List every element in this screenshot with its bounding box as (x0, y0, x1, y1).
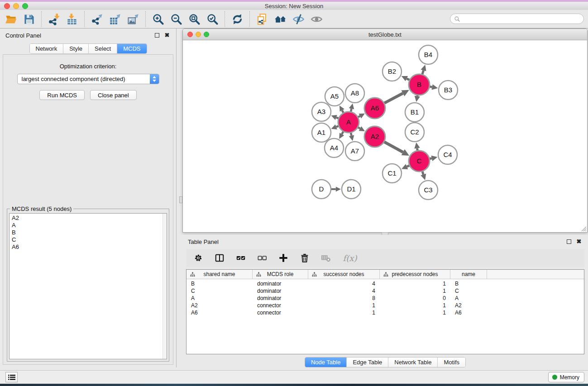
resize-grip-icon[interactable] (581, 226, 587, 232)
edge-A2-C[interactable] (384, 142, 403, 152)
export-network-icon (91, 13, 103, 25)
zoom-out-button[interactable] (167, 11, 185, 27)
mcds-result-item[interactable]: B (10, 229, 167, 236)
table-panel: Table Panel ✖ f(x) shared name MCDS role… (182, 235, 588, 367)
edge-C-C2[interactable] (417, 148, 418, 151)
columns-button[interactable] (213, 251, 226, 265)
mcds-result-item[interactable]: A6 (10, 243, 167, 251)
splitter-handle-vertical[interactable] (179, 196, 182, 203)
show-hidden-button (307, 11, 325, 27)
open-session-button[interactable] (2, 11, 20, 27)
deselect-all-button[interactable] (255, 251, 269, 265)
run-mcds-button[interactable]: Run MCDS (39, 90, 85, 100)
table-row[interactable]: A2connector11A2 (186, 302, 584, 309)
float-panel-button[interactable] (153, 32, 161, 39)
add-icon (278, 253, 288, 263)
close-panel-button[interactable]: ✖ (163, 32, 171, 39)
node-label-C1: C1 (387, 169, 396, 177)
table-row[interactable]: Adominator80A (186, 295, 584, 302)
tab-style[interactable]: Style (63, 44, 89, 53)
import-table-button[interactable] (63, 11, 81, 27)
hide-selected-button[interactable] (289, 11, 307, 27)
edge-A-A2[interactable] (358, 128, 360, 129)
node-label-A5: A5 (330, 92, 339, 100)
memory-label: Memory (560, 374, 579, 381)
network-graph[interactable]: B4B2BB3A8A5A6B1A3AC2A1A2A4A7C4CC1C3DD1 (183, 40, 587, 232)
column-header-name[interactable]: name (450, 270, 487, 279)
import-network-button[interactable] (45, 11, 63, 27)
column-header-successor-nodes[interactable]: successor nodes (308, 270, 380, 279)
edge-A-A6[interactable] (358, 116, 360, 117)
select-all-button[interactable] (234, 251, 248, 265)
column-header-shared-name[interactable]: shared name (186, 270, 253, 279)
memory-button[interactable]: Memory (548, 372, 584, 382)
edge-A-A5[interactable] (342, 110, 344, 113)
tab-edge-table[interactable]: Edge Table (347, 357, 388, 367)
edge-A-A7[interactable] (351, 133, 351, 135)
edge-C-C3[interactable] (422, 172, 423, 175)
edge-A6-B[interactable] (384, 93, 403, 103)
attribute-icon (383, 272, 388, 277)
tab-motifs[interactable]: Motifs (438, 357, 465, 367)
edge-B-B2[interactable] (406, 79, 409, 80)
open-session-icon (5, 13, 17, 25)
result-scrollbar[interactable] (163, 214, 167, 359)
memory-status-icon (552, 375, 557, 380)
save-session-icon (23, 13, 35, 25)
column-header-mcds-role[interactable]: MCDS role (253, 270, 308, 279)
node-label-A4: A4 (330, 144, 338, 152)
column-label: MCDS role (267, 271, 294, 277)
add-button[interactable] (277, 251, 290, 265)
criterion-dropdown[interactable]: largest connected component (directed) (17, 74, 159, 84)
tab-node-table[interactable]: Node Table (305, 357, 347, 367)
export-image-button[interactable] (124, 11, 142, 27)
export-table-button[interactable] (106, 11, 124, 27)
close-icon: ✖ (577, 239, 582, 244)
edge-A-A8[interactable] (351, 109, 351, 111)
network-window-titlebar[interactable]: testGlobe.txt (183, 29, 587, 40)
zoom-in-button[interactable] (149, 11, 167, 27)
table-row[interactable]: A6connector11A6 (186, 309, 584, 316)
zoom-fit-button[interactable] (185, 11, 203, 27)
table-cell: connector (253, 302, 308, 309)
network-canvas[interactable]: B4B2BB3A8A5A6B1A3AC2A1A2A4A7C4CC1C3DD1 (183, 40, 587, 232)
delete-button[interactable] (298, 251, 311, 265)
edge-A-A4[interactable] (342, 132, 343, 134)
mcds-result-item[interactable]: A (10, 222, 167, 229)
tab-network[interactable]: Network (29, 44, 63, 53)
save-session-button[interactable] (20, 11, 38, 27)
float-table-panel-button[interactable] (565, 238, 573, 245)
table-row[interactable]: Cdominator41C (186, 287, 584, 295)
export-network-button[interactable] (88, 11, 106, 27)
edge-A-A3[interactable] (336, 118, 339, 119)
edge-C-C1[interactable] (407, 166, 409, 167)
mcds-result-list[interactable]: A2ABCA6 (9, 213, 167, 359)
edge-B-B4[interactable] (422, 70, 424, 74)
mcds-result-item[interactable]: C (10, 236, 167, 243)
tab-select[interactable]: Select (89, 44, 117, 53)
apply-layout-button[interactable] (228, 11, 246, 27)
search-input[interactable] (463, 15, 580, 22)
toolbar-separator (249, 11, 250, 27)
arrowhead-icon (349, 135, 354, 141)
network-window-title: testGlobe.txt (183, 31, 587, 38)
search-box[interactable] (450, 14, 584, 24)
column-header-predecessor-nodes[interactable]: predecessor nodes (380, 270, 450, 279)
table-row[interactable]: Bdominator41B (186, 280, 584, 287)
gear-icon (193, 253, 203, 263)
zoom-selected-button[interactable] (203, 11, 221, 27)
edge-A-A1[interactable] (336, 126, 339, 127)
network-from-document-button[interactable] (253, 11, 271, 27)
mcds-result-item[interactable]: A2 (10, 214, 167, 222)
tab-network-table[interactable]: Network Table (388, 357, 438, 367)
houses-button[interactable] (271, 11, 289, 27)
edge-B-B3[interactable] (430, 86, 432, 87)
table-cell: 1 (380, 287, 450, 295)
network-from-document-icon (256, 13, 268, 25)
edge-C-C4[interactable] (430, 158, 431, 159)
close-panel-button-mcds[interactable]: Close panel (90, 90, 137, 100)
task-history-button[interactable] (5, 372, 18, 382)
close-table-panel-button[interactable]: ✖ (575, 238, 583, 245)
tab-mcds[interactable]: MCDS (117, 44, 146, 53)
gear-button[interactable] (191, 251, 205, 265)
